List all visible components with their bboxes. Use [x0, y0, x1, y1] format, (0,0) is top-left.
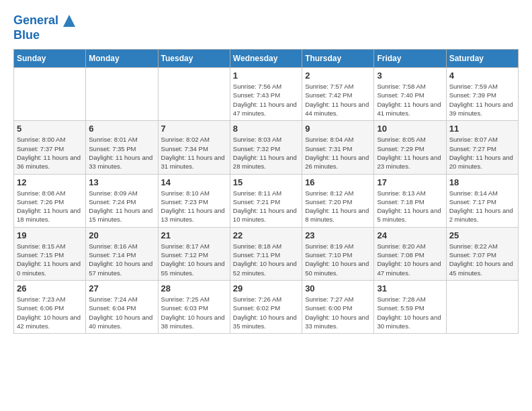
day-info: Sunrise: 8:13 AM Sunset: 7:18 PM Dayligh… [377, 189, 443, 224]
day-cell-23: 23Sunrise: 8:19 AM Sunset: 7:10 PM Dayli… [302, 227, 374, 280]
day-info: Sunrise: 8:03 AM Sunset: 7:32 PM Dayligh… [233, 135, 299, 171]
day-info: Sunrise: 7:27 AM Sunset: 6:00 PM Dayligh… [305, 295, 371, 330]
day-info: Sunrise: 7:57 AM Sunset: 7:42 PM Dayligh… [305, 82, 371, 118]
empty-cell [446, 280, 518, 333]
day-info: Sunrise: 8:08 AM Sunset: 7:26 PM Dayligh… [17, 189, 83, 224]
day-info: Sunrise: 7:25 AM Sunset: 6:03 PM Dayligh… [161, 295, 227, 330]
day-info: Sunrise: 8:11 AM Sunset: 7:21 PM Dayligh… [233, 189, 299, 224]
day-cell-29: 29Sunrise: 7:26 AM Sunset: 6:02 PM Dayli… [230, 280, 302, 333]
day-info: Sunrise: 8:12 AM Sunset: 7:20 PM Dayligh… [305, 189, 371, 224]
day-info: Sunrise: 7:59 AM Sunset: 7:39 PM Dayligh… [449, 82, 515, 118]
logo-icon [63, 15, 75, 27]
day-cell-28: 28Sunrise: 7:25 AM Sunset: 6:03 PM Dayli… [158, 280, 230, 333]
day-number: 23 [305, 230, 371, 240]
day-cell-6: 6Sunrise: 8:01 AM Sunset: 7:35 PM Daylig… [86, 121, 158, 174]
day-info: Sunrise: 8:22 AM Sunset: 7:07 PM Dayligh… [449, 242, 515, 277]
day-info: Sunrise: 8:00 AM Sunset: 7:37 PM Dayligh… [17, 135, 83, 171]
day-number: 5 [17, 124, 83, 134]
day-number: 21 [161, 230, 227, 240]
day-cell-9: 9Sunrise: 8:04 AM Sunset: 7:31 PM Daylig… [302, 121, 374, 174]
day-info: Sunrise: 8:04 AM Sunset: 7:31 PM Dayligh… [305, 135, 371, 171]
day-cell-14: 14Sunrise: 8:10 AM Sunset: 7:23 PM Dayli… [158, 174, 230, 227]
day-number: 13 [89, 177, 154, 187]
day-number: 24 [377, 230, 443, 240]
day-info: Sunrise: 8:01 AM Sunset: 7:35 PM Dayligh… [89, 135, 154, 171]
empty-cell [86, 68, 158, 121]
day-number: 6 [89, 124, 154, 134]
day-header-monday: Monday [86, 50, 158, 68]
day-cell-12: 12Sunrise: 8:08 AM Sunset: 7:26 PM Dayli… [14, 174, 86, 227]
day-cell-17: 17Sunrise: 8:13 AM Sunset: 7:18 PM Dayli… [374, 174, 446, 227]
day-info: Sunrise: 7:23 AM Sunset: 6:06 PM Dayligh… [17, 295, 83, 330]
day-header-sunday: Sunday [14, 50, 86, 68]
day-number: 27 [89, 283, 154, 293]
day-number: 7 [161, 124, 227, 134]
day-cell-20: 20Sunrise: 8:16 AM Sunset: 7:14 PM Dayli… [86, 227, 158, 280]
day-cell-3: 3Sunrise: 7:58 AM Sunset: 7:40 PM Daylig… [374, 68, 446, 121]
day-number: 28 [161, 283, 227, 293]
day-info: Sunrise: 8:17 AM Sunset: 7:12 PM Dayligh… [161, 242, 227, 277]
day-number: 16 [305, 177, 371, 187]
day-number: 17 [377, 177, 443, 187]
week-row-3: 12Sunrise: 8:08 AM Sunset: 7:26 PM Dayli… [14, 174, 519, 227]
day-info: Sunrise: 8:09 AM Sunset: 7:24 PM Dayligh… [89, 189, 154, 224]
day-cell-27: 27Sunrise: 7:24 AM Sunset: 6:04 PM Dayli… [86, 280, 158, 333]
day-number: 15 [233, 177, 299, 187]
empty-cell [158, 68, 230, 121]
day-cell-4: 4Sunrise: 7:59 AM Sunset: 7:39 PM Daylig… [446, 68, 518, 121]
day-number: 4 [449, 71, 515, 81]
day-number: 1 [233, 71, 299, 81]
day-number: 9 [305, 124, 371, 134]
day-cell-8: 8Sunrise: 8:03 AM Sunset: 7:32 PM Daylig… [230, 121, 302, 174]
week-row-5: 26Sunrise: 7:23 AM Sunset: 6:06 PM Dayli… [14, 280, 519, 333]
day-info: Sunrise: 7:28 AM Sunset: 5:59 PM Dayligh… [377, 295, 443, 330]
day-cell-24: 24Sunrise: 8:20 AM Sunset: 7:08 PM Dayli… [374, 227, 446, 280]
day-number: 20 [89, 230, 154, 240]
week-row-2: 5Sunrise: 8:00 AM Sunset: 7:37 PM Daylig… [14, 121, 519, 174]
day-number: 2 [305, 71, 371, 81]
day-number: 19 [17, 230, 83, 240]
day-cell-21: 21Sunrise: 8:17 AM Sunset: 7:12 PM Dayli… [158, 227, 230, 280]
day-number: 10 [377, 124, 443, 134]
day-info: Sunrise: 8:19 AM Sunset: 7:10 PM Dayligh… [305, 242, 371, 277]
day-number: 14 [161, 177, 227, 187]
day-number: 11 [449, 124, 515, 134]
day-info: Sunrise: 8:15 AM Sunset: 7:15 PM Dayligh… [17, 242, 83, 277]
day-info: Sunrise: 8:02 AM Sunset: 7:34 PM Dayligh… [161, 135, 227, 171]
day-number: 12 [17, 177, 83, 187]
day-number: 31 [377, 283, 443, 293]
day-cell-16: 16Sunrise: 8:12 AM Sunset: 7:20 PM Dayli… [302, 174, 374, 227]
day-cell-7: 7Sunrise: 8:02 AM Sunset: 7:34 PM Daylig… [158, 121, 230, 174]
logo-text: General [13, 13, 75, 28]
day-cell-10: 10Sunrise: 8:05 AM Sunset: 7:29 PM Dayli… [374, 121, 446, 174]
day-number: 22 [233, 230, 299, 240]
day-header-wednesday: Wednesday [230, 50, 302, 68]
day-cell-13: 13Sunrise: 8:09 AM Sunset: 7:24 PM Dayli… [86, 174, 158, 227]
day-cell-19: 19Sunrise: 8:15 AM Sunset: 7:15 PM Dayli… [14, 227, 86, 280]
day-info: Sunrise: 7:26 AM Sunset: 6:02 PM Dayligh… [233, 295, 299, 330]
page-header: General Blue [13, 13, 519, 42]
day-header-tuesday: Tuesday [158, 50, 230, 68]
day-cell-11: 11Sunrise: 8:07 AM Sunset: 7:27 PM Dayli… [446, 121, 518, 174]
day-header-thursday: Thursday [302, 50, 374, 68]
empty-cell [14, 68, 86, 121]
day-cell-30: 30Sunrise: 7:27 AM Sunset: 6:00 PM Dayli… [302, 280, 374, 333]
day-info: Sunrise: 8:18 AM Sunset: 7:11 PM Dayligh… [233, 242, 299, 277]
day-cell-1: 1Sunrise: 7:56 AM Sunset: 7:43 PM Daylig… [230, 68, 302, 121]
day-cell-18: 18Sunrise: 8:14 AM Sunset: 7:17 PM Dayli… [446, 174, 518, 227]
day-number: 30 [305, 283, 371, 293]
day-header-saturday: Saturday [446, 50, 518, 68]
day-info: Sunrise: 8:05 AM Sunset: 7:29 PM Dayligh… [377, 135, 443, 171]
day-cell-2: 2Sunrise: 7:57 AM Sunset: 7:42 PM Daylig… [302, 68, 374, 121]
day-number: 8 [233, 124, 299, 134]
day-info: Sunrise: 8:20 AM Sunset: 7:08 PM Dayligh… [377, 242, 443, 277]
day-number: 25 [449, 230, 515, 240]
week-row-4: 19Sunrise: 8:15 AM Sunset: 7:15 PM Dayli… [14, 227, 519, 280]
day-info: Sunrise: 8:10 AM Sunset: 7:23 PM Dayligh… [161, 189, 227, 224]
logo: General Blue [13, 13, 75, 42]
day-number: 3 [377, 71, 443, 81]
day-info: Sunrise: 7:56 AM Sunset: 7:43 PM Dayligh… [233, 82, 299, 118]
day-number: 18 [449, 177, 515, 187]
day-cell-22: 22Sunrise: 8:18 AM Sunset: 7:11 PM Dayli… [230, 227, 302, 280]
logo-blue: Blue [13, 28, 75, 43]
